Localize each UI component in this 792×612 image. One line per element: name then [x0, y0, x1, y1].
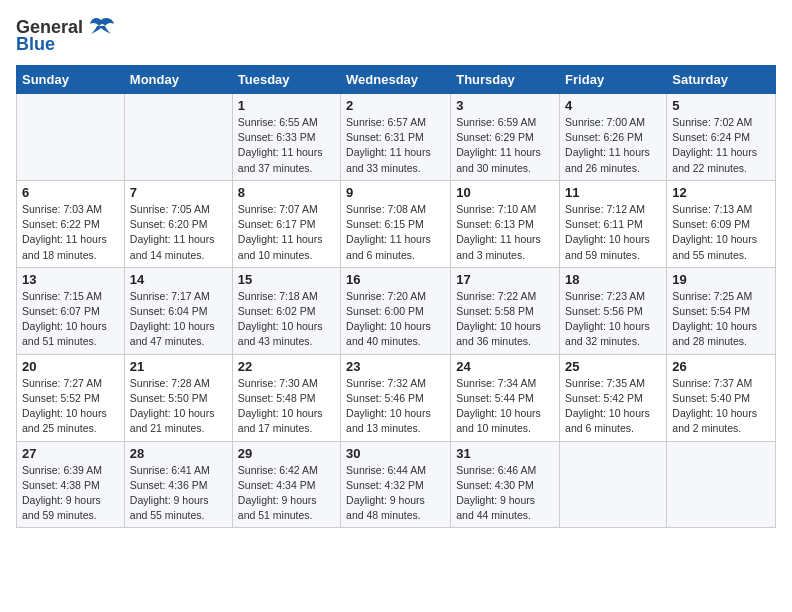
calendar-cell: 28Sunrise: 6:41 AM Sunset: 4:36 PM Dayli… — [124, 441, 232, 528]
day-number: 21 — [130, 359, 227, 374]
weekday-sunday: Sunday — [17, 66, 125, 94]
day-info: Sunrise: 7:00 AM Sunset: 6:26 PM Dayligh… — [565, 115, 661, 176]
day-number: 4 — [565, 98, 661, 113]
day-info: Sunrise: 7:37 AM Sunset: 5:40 PM Dayligh… — [672, 376, 770, 437]
calendar-cell: 16Sunrise: 7:20 AM Sunset: 6:00 PM Dayli… — [341, 267, 451, 354]
day-info: Sunrise: 7:17 AM Sunset: 6:04 PM Dayligh… — [130, 289, 227, 350]
day-info: Sunrise: 6:41 AM Sunset: 4:36 PM Dayligh… — [130, 463, 227, 524]
day-number: 9 — [346, 185, 445, 200]
week-row-2: 6Sunrise: 7:03 AM Sunset: 6:22 PM Daylig… — [17, 180, 776, 267]
day-number: 28 — [130, 446, 227, 461]
weekday-monday: Monday — [124, 66, 232, 94]
day-number: 26 — [672, 359, 770, 374]
calendar-cell: 15Sunrise: 7:18 AM Sunset: 6:02 PM Dayli… — [232, 267, 340, 354]
day-info: Sunrise: 6:46 AM Sunset: 4:30 PM Dayligh… — [456, 463, 554, 524]
calendar-cell: 5Sunrise: 7:02 AM Sunset: 6:24 PM Daylig… — [667, 94, 776, 181]
calendar-cell: 4Sunrise: 7:00 AM Sunset: 6:26 PM Daylig… — [560, 94, 667, 181]
day-number: 18 — [565, 272, 661, 287]
day-number: 16 — [346, 272, 445, 287]
day-number: 12 — [672, 185, 770, 200]
day-number: 14 — [130, 272, 227, 287]
calendar-cell: 7Sunrise: 7:05 AM Sunset: 6:20 PM Daylig… — [124, 180, 232, 267]
day-info: Sunrise: 7:12 AM Sunset: 6:11 PM Dayligh… — [565, 202, 661, 263]
calendar-cell: 24Sunrise: 7:34 AM Sunset: 5:44 PM Dayli… — [451, 354, 560, 441]
day-info: Sunrise: 7:13 AM Sunset: 6:09 PM Dayligh… — [672, 202, 770, 263]
day-number: 25 — [565, 359, 661, 374]
calendar-cell: 1Sunrise: 6:55 AM Sunset: 6:33 PM Daylig… — [232, 94, 340, 181]
weekday-wednesday: Wednesday — [341, 66, 451, 94]
weekday-header-row: SundayMondayTuesdayWednesdayThursdayFrid… — [17, 66, 776, 94]
day-info: Sunrise: 7:18 AM Sunset: 6:02 PM Dayligh… — [238, 289, 335, 350]
day-info: Sunrise: 7:20 AM Sunset: 6:00 PM Dayligh… — [346, 289, 445, 350]
calendar-cell: 21Sunrise: 7:28 AM Sunset: 5:50 PM Dayli… — [124, 354, 232, 441]
logo-blue-text: Blue — [16, 34, 55, 55]
calendar-cell: 8Sunrise: 7:07 AM Sunset: 6:17 PM Daylig… — [232, 180, 340, 267]
day-info: Sunrise: 7:22 AM Sunset: 5:58 PM Dayligh… — [456, 289, 554, 350]
calendar-cell: 18Sunrise: 7:23 AM Sunset: 5:56 PM Dayli… — [560, 267, 667, 354]
day-number: 24 — [456, 359, 554, 374]
calendar-cell: 14Sunrise: 7:17 AM Sunset: 6:04 PM Dayli… — [124, 267, 232, 354]
day-number: 30 — [346, 446, 445, 461]
day-info: Sunrise: 7:23 AM Sunset: 5:56 PM Dayligh… — [565, 289, 661, 350]
day-number: 17 — [456, 272, 554, 287]
logo: General Blue — [16, 16, 115, 55]
logo-bird-icon — [87, 16, 115, 38]
calendar-cell: 13Sunrise: 7:15 AM Sunset: 6:07 PM Dayli… — [17, 267, 125, 354]
calendar-cell: 26Sunrise: 7:37 AM Sunset: 5:40 PM Dayli… — [667, 354, 776, 441]
calendar-cell: 30Sunrise: 6:44 AM Sunset: 4:32 PM Dayli… — [341, 441, 451, 528]
day-info: Sunrise: 7:07 AM Sunset: 6:17 PM Dayligh… — [238, 202, 335, 263]
day-number: 8 — [238, 185, 335, 200]
weekday-tuesday: Tuesday — [232, 66, 340, 94]
calendar-cell: 3Sunrise: 6:59 AM Sunset: 6:29 PM Daylig… — [451, 94, 560, 181]
calendar-cell: 19Sunrise: 7:25 AM Sunset: 5:54 PM Dayli… — [667, 267, 776, 354]
calendar-cell: 29Sunrise: 6:42 AM Sunset: 4:34 PM Dayli… — [232, 441, 340, 528]
calendar-body: 1Sunrise: 6:55 AM Sunset: 6:33 PM Daylig… — [17, 94, 776, 528]
weekday-saturday: Saturday — [667, 66, 776, 94]
week-row-4: 20Sunrise: 7:27 AM Sunset: 5:52 PM Dayli… — [17, 354, 776, 441]
week-row-5: 27Sunrise: 6:39 AM Sunset: 4:38 PM Dayli… — [17, 441, 776, 528]
day-info: Sunrise: 7:25 AM Sunset: 5:54 PM Dayligh… — [672, 289, 770, 350]
day-number: 1 — [238, 98, 335, 113]
day-info: Sunrise: 7:34 AM Sunset: 5:44 PM Dayligh… — [456, 376, 554, 437]
calendar-cell: 27Sunrise: 6:39 AM Sunset: 4:38 PM Dayli… — [17, 441, 125, 528]
day-number: 20 — [22, 359, 119, 374]
day-number: 27 — [22, 446, 119, 461]
day-number: 10 — [456, 185, 554, 200]
day-info: Sunrise: 6:42 AM Sunset: 4:34 PM Dayligh… — [238, 463, 335, 524]
calendar-cell: 22Sunrise: 7:30 AM Sunset: 5:48 PM Dayli… — [232, 354, 340, 441]
calendar-cell — [17, 94, 125, 181]
day-info: Sunrise: 6:44 AM Sunset: 4:32 PM Dayligh… — [346, 463, 445, 524]
day-number: 31 — [456, 446, 554, 461]
calendar-cell — [667, 441, 776, 528]
day-info: Sunrise: 7:02 AM Sunset: 6:24 PM Dayligh… — [672, 115, 770, 176]
calendar-cell: 2Sunrise: 6:57 AM Sunset: 6:31 PM Daylig… — [341, 94, 451, 181]
calendar-cell: 17Sunrise: 7:22 AM Sunset: 5:58 PM Dayli… — [451, 267, 560, 354]
day-info: Sunrise: 7:30 AM Sunset: 5:48 PM Dayligh… — [238, 376, 335, 437]
day-number: 5 — [672, 98, 770, 113]
calendar-cell: 9Sunrise: 7:08 AM Sunset: 6:15 PM Daylig… — [341, 180, 451, 267]
day-info: Sunrise: 6:57 AM Sunset: 6:31 PM Dayligh… — [346, 115, 445, 176]
day-info: Sunrise: 7:05 AM Sunset: 6:20 PM Dayligh… — [130, 202, 227, 263]
day-info: Sunrise: 6:39 AM Sunset: 4:38 PM Dayligh… — [22, 463, 119, 524]
day-info: Sunrise: 7:35 AM Sunset: 5:42 PM Dayligh… — [565, 376, 661, 437]
day-info: Sunrise: 7:28 AM Sunset: 5:50 PM Dayligh… — [130, 376, 227, 437]
calendar-table: SundayMondayTuesdayWednesdayThursdayFrid… — [16, 65, 776, 528]
day-number: 15 — [238, 272, 335, 287]
calendar-cell: 10Sunrise: 7:10 AM Sunset: 6:13 PM Dayli… — [451, 180, 560, 267]
calendar-cell: 23Sunrise: 7:32 AM Sunset: 5:46 PM Dayli… — [341, 354, 451, 441]
page-header: General Blue — [16, 16, 776, 55]
calendar-cell — [124, 94, 232, 181]
week-row-3: 13Sunrise: 7:15 AM Sunset: 6:07 PM Dayli… — [17, 267, 776, 354]
day-info: Sunrise: 7:15 AM Sunset: 6:07 PM Dayligh… — [22, 289, 119, 350]
day-number: 23 — [346, 359, 445, 374]
day-info: Sunrise: 7:08 AM Sunset: 6:15 PM Dayligh… — [346, 202, 445, 263]
day-number: 11 — [565, 185, 661, 200]
day-number: 19 — [672, 272, 770, 287]
calendar-cell: 6Sunrise: 7:03 AM Sunset: 6:22 PM Daylig… — [17, 180, 125, 267]
day-number: 2 — [346, 98, 445, 113]
weekday-thursday: Thursday — [451, 66, 560, 94]
calendar-cell — [560, 441, 667, 528]
day-info: Sunrise: 7:27 AM Sunset: 5:52 PM Dayligh… — [22, 376, 119, 437]
day-number: 29 — [238, 446, 335, 461]
calendar-cell: 25Sunrise: 7:35 AM Sunset: 5:42 PM Dayli… — [560, 354, 667, 441]
